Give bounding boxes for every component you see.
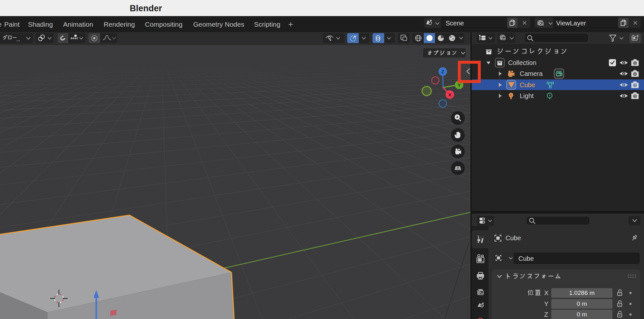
svg-text:X: X xyxy=(544,289,548,296)
svg-text:Z: Z xyxy=(544,311,548,318)
svg-text:Y: Y xyxy=(544,300,548,307)
